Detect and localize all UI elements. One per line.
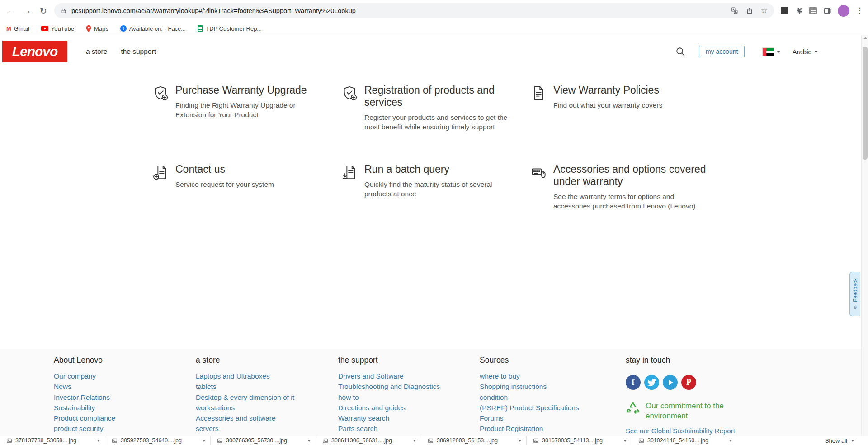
- download-item[interactable]: 306912003_56153....jpg: [421, 436, 527, 445]
- share-icon[interactable]: [746, 7, 753, 14]
- download-item[interactable]: 378137738_53058....jpg: [0, 436, 105, 445]
- extension-notes-icon[interactable]: [809, 7, 817, 14]
- back-button[interactable]: ←: [4, 4, 18, 18]
- card-contact-us[interactable]: Contact us Service request for your syst…: [153, 163, 342, 211]
- card-body: Contact us Service request for your syst…: [175, 163, 274, 211]
- card-desc: Register your products and services to g…: [364, 113, 522, 132]
- url-text[interactable]: pcsupport.lenovo.com/ae/ar/warrantylooku…: [71, 7, 723, 14]
- language-selector[interactable]: Arabic: [792, 48, 818, 56]
- footer-link[interactable]: Product Registration: [480, 425, 543, 432]
- footer-link[interactable]: tablets: [196, 383, 217, 390]
- chevron-down-icon[interactable]: [729, 440, 732, 442]
- browser-menu-icon[interactable]: ⋮: [856, 6, 863, 15]
- footer-link[interactable]: Warranty search: [338, 414, 389, 422]
- reload-button[interactable]: ↻: [36, 4, 51, 18]
- extensions-puzzle-icon[interactable]: [795, 7, 803, 15]
- bookmark-facebook[interactable]: f Available on: - Face...: [120, 25, 186, 32]
- lenovo-logo[interactable]: Lenovo: [2, 41, 67, 62]
- bookmark-gmail[interactable]: M Gmail: [6, 25, 29, 32]
- pinterest-icon[interactable]: P: [681, 375, 696, 390]
- download-item[interactable]: 308611306_56631....jpg: [316, 436, 421, 445]
- footer-link[interactable]: Product compliance: [54, 414, 115, 422]
- downloads-bar: 378137738_53058....jpg 305927503_54640..…: [0, 436, 868, 445]
- footer-link[interactable]: product security: [54, 425, 103, 432]
- card-title[interactable]: Run a batch query: [364, 163, 514, 175]
- chevron-down-icon[interactable]: [623, 440, 627, 442]
- footer-link[interactable]: how to: [338, 393, 359, 401]
- image-file-icon: [533, 438, 539, 444]
- scrollbar-thumb[interactable]: [863, 47, 868, 160]
- chevron-down-icon: [851, 440, 854, 442]
- page-scrollbar[interactable]: [861, 35, 868, 436]
- card-title[interactable]: Contact us: [175, 163, 274, 175]
- footer-link[interactable]: Laptops and Ultraboxes: [196, 372, 270, 380]
- maps-pin-icon: [86, 25, 91, 32]
- card-purchase-warranty-upgrade[interactable]: Purchase Warranty Upgrade Finding the Ri…: [153, 84, 342, 132]
- card-title[interactable]: View Warranty Policies: [553, 84, 662, 96]
- footer-link[interactable]: Accessories and software: [196, 414, 276, 422]
- country-selector[interactable]: [763, 48, 780, 56]
- footer-col-title: stay in touch: [626, 355, 752, 365]
- youtube-icon[interactable]: [663, 375, 678, 390]
- footer-link[interactable]: Directions and guides: [338, 404, 406, 412]
- footer-link[interactable]: condition: [480, 393, 508, 401]
- card-title[interactable]: Purchase Warranty Upgrade: [175, 84, 311, 96]
- extension-icon[interactable]: [781, 7, 788, 14]
- card-body: Registration of products and services Re…: [364, 84, 522, 132]
- chevron-down-icon[interactable]: [413, 440, 416, 442]
- footer-link[interactable]: Forums: [480, 414, 504, 422]
- show-all-downloads[interactable]: Show all: [825, 436, 854, 445]
- download-item[interactable]: 305927503_54640....jpg: [105, 436, 211, 445]
- download-item[interactable]: 301024146_54160....jpg: [632, 436, 737, 445]
- search-icon[interactable]: [675, 47, 685, 57]
- facebook-favicon: f: [120, 25, 127, 32]
- card-product-registration[interactable]: Registration of products and services Re…: [342, 84, 531, 132]
- site-info-lock-icon[interactable]: [61, 8, 67, 14]
- card-accessories-warranty[interactable]: Accessories and options covered under wa…: [531, 163, 725, 211]
- bookmark-youtube[interactable]: YouTube: [41, 25, 74, 32]
- chevron-down-icon[interactable]: [97, 440, 100, 442]
- card-title[interactable]: Accessories and options covered under wa…: [553, 163, 707, 188]
- chevron-down-icon[interactable]: [518, 440, 522, 442]
- footer-link[interactable]: where to buy: [480, 372, 520, 380]
- chevron-down-icon[interactable]: [202, 440, 206, 442]
- footer-link[interactable]: Sustainability: [54, 404, 95, 412]
- footer-link[interactable]: News: [54, 383, 71, 390]
- footer-link[interactable]: Desktop & every dimension of it: [196, 393, 294, 401]
- footer-link[interactable]: workstations: [196, 404, 235, 412]
- my-account-button[interactable]: my account: [699, 46, 745, 57]
- footer-link[interactable]: Parts search: [338, 425, 377, 432]
- footer-link[interactable]: Investor Relations: [54, 393, 110, 401]
- address-bar[interactable]: pcsupport.lenovo.com/ae/ar/warrantylooku…: [54, 3, 774, 18]
- scrollbar-up-arrow[interactable]: [863, 37, 867, 39]
- bookmark-label: Maps: [94, 25, 108, 32]
- profile-avatar[interactable]: [838, 5, 849, 17]
- download-item[interactable]: 300766305_56730....jpg: [211, 436, 316, 445]
- bookmark-tdp[interactable]: TDP Customer Rep...: [198, 25, 262, 32]
- environment-commitment[interactable]: Our commitment to the environment: [626, 401, 731, 421]
- bookmark-maps[interactable]: Maps: [86, 25, 108, 32]
- facebook-icon[interactable]: f: [626, 375, 641, 390]
- forward-button[interactable]: →: [20, 4, 34, 18]
- footer-link[interactable]: Shopping instructions: [480, 383, 547, 390]
- translate-icon[interactable]: [731, 7, 738, 14]
- footer-link[interactable]: (PSREF) Product Specifications: [480, 404, 579, 412]
- warranty-cards-grid: Purchase Warranty Upgrade Finding the Ri…: [153, 84, 725, 211]
- chevron-down-icon[interactable]: [307, 440, 311, 442]
- footer-link[interactable]: Our company: [54, 372, 96, 380]
- feedback-tab[interactable]: Feedback ☺: [849, 272, 860, 316]
- browser-toolbar: ← → ↻ pcsupport.lenovo.com/ae/ar/warrant…: [0, 0, 868, 21]
- nav-support[interactable]: the support: [121, 47, 156, 56]
- footer-link[interactable]: servers: [196, 425, 219, 432]
- download-item[interactable]: 301670035_54113....jpg: [527, 436, 632, 445]
- card-view-warranty-policies[interactable]: View Warranty Policies Find out what you…: [531, 84, 725, 132]
- card-run-batch-query[interactable]: Run a batch query Quickly find the matur…: [342, 163, 531, 211]
- bookmark-star-icon[interactable]: ☆: [761, 7, 768, 14]
- footer-link[interactable]: Troubleshooting and Diagnostics: [338, 383, 440, 390]
- nav-store[interactable]: a store: [86, 47, 107, 56]
- twitter-icon[interactable]: [644, 375, 659, 390]
- card-title[interactable]: Registration of products and services: [364, 84, 518, 109]
- sustainability-report-link[interactable]: See our Global Sustainability Report: [626, 427, 735, 435]
- side-panel-icon[interactable]: [823, 7, 831, 15]
- footer-link[interactable]: Drivers and Software: [338, 372, 404, 380]
